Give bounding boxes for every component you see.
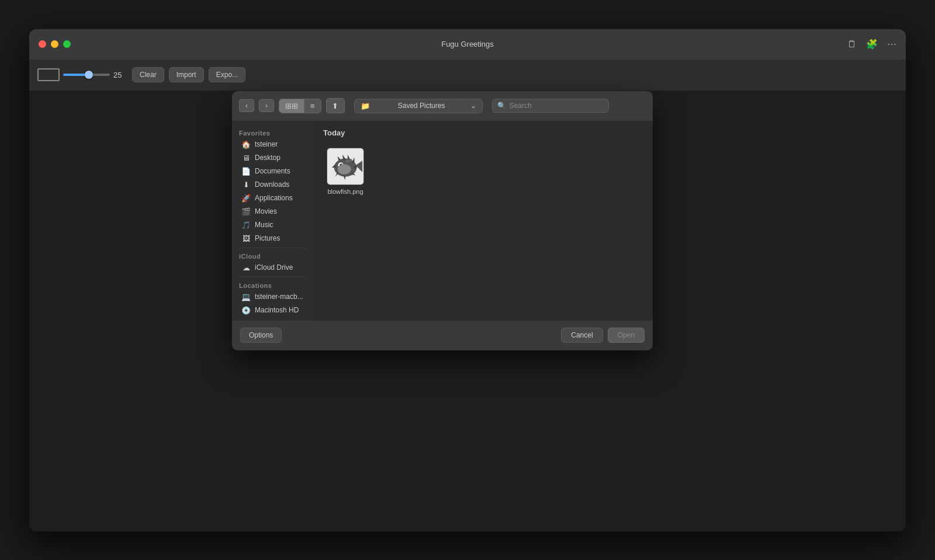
dialog-toolbar: ‹ › ⊞⊞ ≡ ⬆ 📁 Saved Pictures	[232, 91, 653, 121]
home-icon: 🏠	[241, 140, 251, 149]
sidebar-item-label: tsteiner	[255, 140, 278, 148]
file-name-label: blowfish.png	[327, 188, 363, 195]
pictures-icon: 🖼	[241, 234, 251, 243]
file-thumbnail	[327, 148, 364, 185]
sidebar-item-movies[interactable]: 🎬 Movies	[234, 205, 311, 218]
sidebar-item-label: Macintosh HD	[255, 306, 299, 314]
traffic-lights	[39, 40, 71, 48]
blowfish-image	[327, 148, 363, 185]
title-bar: Fugu Greetings 🗒 🧩 ⋯	[29, 29, 906, 60]
size-slider-track[interactable]	[63, 74, 110, 76]
sidebar-item-label: Documents	[255, 167, 290, 175]
sidebar-item-pictures[interactable]: 🖼 Pictures	[234, 232, 311, 245]
document-icon[interactable]: 🗒	[847, 39, 857, 50]
section-date-label: Today	[323, 128, 643, 137]
dialog-footer: Options Cancel Open	[232, 320, 653, 350]
folder-nav-button[interactable]: ⬆	[326, 98, 345, 113]
dialog-body: Favorites 🏠 tsteiner 🖥 Desktop 📄 Documen…	[232, 121, 653, 320]
footer-actions: Cancel Open	[561, 328, 645, 343]
sidebar-item-macintosh-hd[interactable]: 💿 Macintosh HD	[234, 304, 311, 317]
grid-view-button[interactable]: ⊞⊞	[279, 99, 304, 113]
title-icons: 🗒 🧩 ⋯	[847, 39, 896, 50]
sidebar-item-label: iCloud Drive	[255, 263, 293, 272]
back-button[interactable]: ‹	[239, 99, 254, 112]
sidebar-item-documents[interactable]: 📄 Documents	[234, 165, 311, 178]
close-button[interactable]	[39, 40, 46, 48]
puzzle-icon[interactable]: 🧩	[866, 39, 878, 50]
location-arrow-icon: ⌄	[470, 102, 476, 110]
desktop-icon: 🖥	[241, 154, 251, 162]
dialog-overlay: ‹ › ⊞⊞ ≡ ⬆ 📁 Saved Pictures	[29, 91, 906, 531]
sidebar-item-downloads[interactable]: ⬇ Downloads	[234, 178, 311, 192]
svg-point-16	[337, 164, 351, 174]
forward-button[interactable]: ›	[259, 99, 274, 112]
sidebar-item-applications[interactable]: 🚀 Applications	[234, 192, 311, 205]
brush-size-area: 25	[37, 68, 127, 81]
icloud-icon: ☁	[241, 263, 251, 272]
app-window: Fugu Greetings 🗒 🧩 ⋯ 25 Clear Import Exp…	[29, 29, 906, 531]
sidebar-item-label: Downloads	[255, 180, 289, 189]
disk-icon: 💿	[241, 306, 251, 315]
more-icon[interactable]: ⋯	[887, 39, 896, 50]
open-button[interactable]: Open	[608, 328, 645, 343]
import-button[interactable]: Import	[169, 67, 204, 82]
sidebar-item-macbook[interactable]: 💻 tsteiner-macb...	[234, 290, 311, 304]
sidebar-item-icloud-drive[interactable]: ☁ iCloud Drive	[234, 261, 311, 274]
app-toolbar: 25 Clear Import Expo...	[29, 60, 906, 91]
size-slider-thumb[interactable]	[85, 71, 93, 79]
laptop-icon: 💻	[241, 293, 251, 301]
sidebar-item-tsteiner[interactable]: 🏠 tsteiner	[234, 138, 311, 151]
location-name: Saved Pictures	[398, 102, 445, 110]
sidebar-divider-1	[239, 248, 306, 248]
export-button[interactable]: Expo...	[209, 67, 245, 82]
sidebar-item-label: Pictures	[255, 234, 280, 242]
list-view-button[interactable]: ≡	[304, 99, 321, 113]
forward-icon: ›	[265, 102, 268, 110]
sidebar-item-music[interactable]: 🎵 Music	[234, 218, 311, 232]
file-area: Today	[314, 121, 653, 320]
music-icon: 🎵	[241, 221, 251, 229]
location-selector[interactable]: 📁 Saved Pictures ⌄	[354, 99, 483, 113]
sidebar-item-label: Movies	[255, 207, 277, 215]
maximize-button[interactable]	[63, 40, 71, 48]
back-icon: ‹	[245, 102, 248, 110]
canvas-area[interactable]: ‹ › ⊞⊞ ≡ ⬆ 📁 Saved Pictures	[29, 91, 906, 531]
brush-preview	[37, 68, 60, 81]
search-input[interactable]	[510, 102, 604, 110]
search-icon: 🔍	[497, 102, 506, 110]
cancel-button[interactable]: Cancel	[561, 328, 602, 343]
movies-icon: 🎬	[241, 207, 251, 216]
minimize-button[interactable]	[51, 40, 58, 48]
window-title: Fugu Greetings	[441, 40, 494, 48]
icloud-section-label: iCloud	[232, 251, 313, 261]
search-box: 🔍	[492, 99, 609, 113]
downloads-icon: ⬇	[241, 180, 251, 189]
location-folder-icon: 📁	[361, 102, 370, 110]
folder-up-icon: ⬆	[332, 102, 338, 110]
clear-button[interactable]: Clear	[132, 67, 164, 82]
options-button[interactable]: Options	[240, 328, 282, 343]
view-mode-group: ⊞⊞ ≡	[279, 99, 321, 113]
locations-section-label: Locations	[232, 280, 313, 290]
sidebar-divider-2	[239, 277, 306, 277]
sidebar-item-desktop[interactable]: 🖥 Desktop	[234, 151, 311, 165]
brush-size-value: 25	[113, 71, 127, 79]
sidebar-item-label: Music	[255, 221, 273, 229]
sidebar-item-label: Desktop	[255, 154, 280, 162]
favorites-section-label: Favorites	[232, 127, 313, 138]
sidebar-item-label: Applications	[255, 194, 293, 202]
file-item-blowfish[interactable]: blowfish.png	[323, 144, 368, 199]
sidebar-item-label: tsteiner-macb...	[255, 293, 303, 301]
file-grid: blowfish.png	[323, 144, 643, 199]
documents-icon: 📄	[241, 167, 251, 176]
open-file-dialog: ‹ › ⊞⊞ ≡ ⬆ 📁 Saved Pictures	[232, 91, 653, 350]
sidebar: Favorites 🏠 tsteiner 🖥 Desktop 📄 Documen…	[232, 121, 314, 320]
applications-icon: 🚀	[241, 194, 251, 203]
